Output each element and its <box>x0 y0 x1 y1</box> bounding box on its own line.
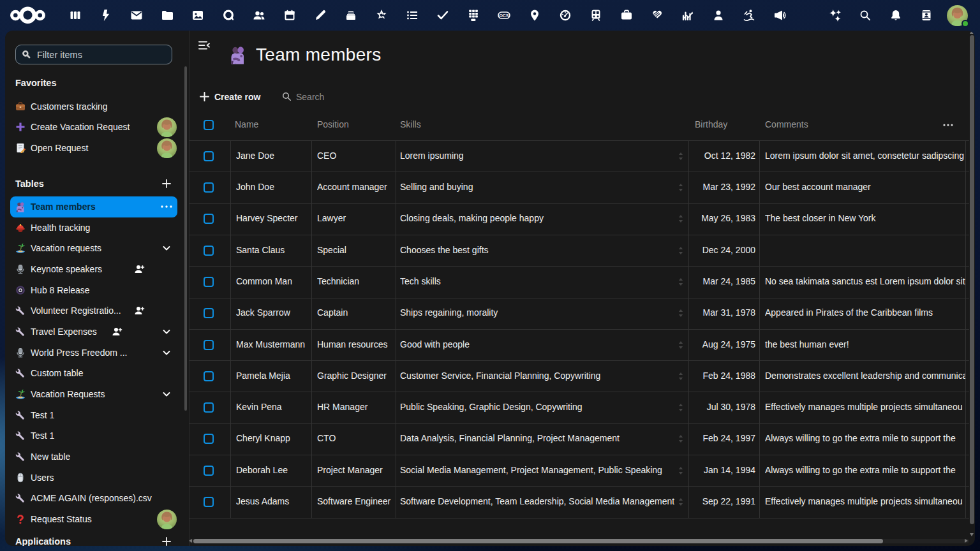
svg-text:OCS: OCS <box>499 13 509 18</box>
